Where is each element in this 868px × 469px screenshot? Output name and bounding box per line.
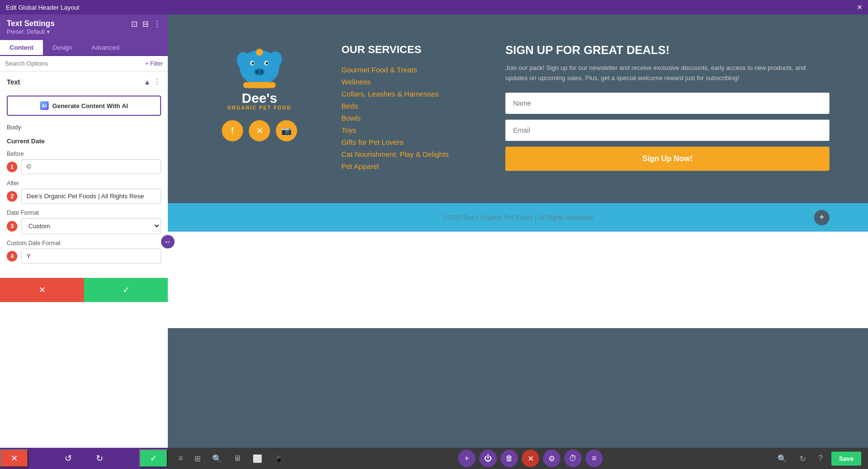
main-content: Dee's ORGANIC PET FOOD f ✕ 📷 OUR SERVICE… — [168, 14, 868, 448]
svg-point-4 — [256, 70, 258, 73]
before-label: Before — [7, 151, 161, 157]
toolbar-sort-button[interactable]: ≡ — [585, 450, 603, 467]
ai-generate-button[interactable]: AI Generate Content With AI — [7, 96, 161, 116]
bottom-redo-icon[interactable]: ↻ — [91, 450, 108, 467]
svg-point-5 — [260, 70, 263, 73]
signup-button[interactable]: Sign Up Now! — [505, 147, 829, 171]
tab-design[interactable]: Design — [43, 40, 81, 55]
toolbar-settings-button[interactable]: ⚙ — [543, 450, 560, 467]
toolbar-power-button[interactable]: ⏻ — [479, 450, 497, 467]
toolbar-help-icon[interactable]: ? — [814, 452, 827, 465]
toolbar-tablet-icon[interactable]: ⬜ — [249, 452, 266, 465]
after-input[interactable] — [21, 189, 161, 204]
svg-point-8 — [252, 62, 254, 64]
search-input[interactable] — [5, 60, 141, 67]
toolbar-timer-button[interactable]: ⏱ — [564, 450, 582, 467]
toolbar-desktop-icon[interactable]: 🖥 — [230, 452, 245, 465]
date-format-select[interactable]: Custom Default Y-m-d m/d/Y — [21, 218, 161, 234]
tab-content[interactable]: Content — [0, 40, 43, 55]
svg-point-9 — [266, 62, 268, 64]
logo-area: Dee's ORGANIC PET FOOD f ✕ 📷 — [206, 43, 312, 141]
logo-svg — [221, 43, 298, 92]
facebook-icon[interactable]: f — [222, 120, 243, 141]
date-format-field-row: 3 Custom Default Y-m-d m/d/Y — [7, 218, 161, 234]
badge-2: 2 — [7, 191, 17, 202]
toolbar-add-button[interactable]: + — [458, 450, 475, 467]
signup-description: Join our pack! Sign up for our newslette… — [505, 63, 829, 83]
before-field-row: 1 — [7, 159, 161, 174]
before-field-wrap — [21, 159, 161, 174]
panel-icon-columns[interactable]: ⊟ — [142, 19, 149, 28]
custom-date-field-row: 4 — [7, 248, 161, 263]
toolbar-right-redo-icon[interactable]: ↻ — [796, 452, 810, 465]
empty-content-area — [168, 232, 868, 328]
after-field-row: 2 — [7, 189, 161, 204]
svg-point-10 — [256, 49, 263, 56]
section-collapse-icon[interactable]: ▲ — [144, 78, 150, 86]
service-item[interactable]: Gourmet Food & Treats — [341, 66, 476, 74]
services-area: OUR SERVICES Gourmet Food & Treats Welln… — [341, 43, 476, 174]
save-button[interactable]: Save — [831, 452, 861, 466]
signup-title: SIGN UP FOR GREAT DEALS! — [505, 43, 829, 57]
section-menu-icon[interactable]: ⋮ — [153, 77, 161, 86]
title-bar-text: Edit Global Header Layout — [6, 4, 79, 11]
service-item[interactable]: Toys — [341, 126, 476, 134]
badge-3: 3 — [7, 221, 17, 232]
tabs-container: Content Design Advanced — [0, 40, 168, 56]
logo-brand: Dee's — [242, 92, 277, 105]
date-format-field-wrap: Custom Default Y-m-d m/d/Y — [21, 218, 161, 234]
service-item[interactable]: Collars, Leashes & Harnesses — [341, 90, 476, 98]
service-item[interactable]: Wellness — [341, 78, 476, 86]
panel-icon-expand[interactable]: ⊡ — [131, 19, 137, 28]
panel-preset[interactable]: Preset: Default ▾ — [7, 28, 161, 35]
toolbar-right-search-icon[interactable]: 🔍 — [773, 452, 791, 465]
bottom-undo-icon[interactable]: ↺ — [60, 450, 77, 467]
logo-image: Dee's ORGANIC PET FOOD — [206, 43, 312, 110]
toolbar-close-button[interactable]: ✕ — [522, 450, 539, 467]
panel-icon-menu[interactable]: ⋮ — [153, 19, 161, 28]
signup-name-input[interactable] — [505, 93, 829, 114]
before-input[interactable] — [21, 159, 161, 174]
toolbar-delete-button[interactable]: 🗑 — [501, 450, 518, 467]
form-fields: Current Date Before 1 After 2 Date Forma… — [0, 134, 168, 273]
bottom-cancel-button[interactable]: ✕ — [0, 449, 28, 468]
toolbar-menu-icon[interactable]: ≡ — [175, 452, 187, 465]
section-header: Text ▲ ⋮ — [0, 71, 168, 91]
service-item[interactable]: Gifts for Pet Lovers — [341, 138, 476, 146]
badge-4: 4 — [7, 251, 17, 262]
toolbar-mobile-icon[interactable]: 📱 — [270, 452, 287, 465]
copyright-text: ©2025 Dee's Organic Pet Foods | All Righ… — [443, 214, 593, 221]
custom-date-input[interactable] — [21, 248, 161, 263]
tab-advanced[interactable]: Advanced — [82, 40, 129, 55]
signup-email-input[interactable] — [505, 120, 829, 141]
service-item[interactable]: Cat Nourishment, Play & Delights — [341, 150, 476, 158]
ai-icon: AI — [40, 101, 49, 110]
custom-date-field-wrap — [21, 248, 161, 263]
services-title: OUR SERVICES — [341, 43, 476, 56]
close-icon[interactable]: × — [857, 2, 862, 13]
toolbar-grid-icon[interactable]: ⊞ — [190, 452, 204, 465]
service-item[interactable]: Beds — [341, 102, 476, 110]
twitter-icon[interactable]: ✕ — [249, 120, 270, 141]
cancel-button[interactable]: ✕ — [0, 278, 84, 302]
toolbar-center: + ⏻ 🗑 ✕ ⚙ ⏱ ≡ — [291, 450, 769, 467]
after-label: After — [7, 180, 161, 187]
badge-1: 1 — [7, 162, 17, 172]
bottom-confirm-button[interactable]: ✓ — [139, 449, 168, 468]
current-date-label: Current Date — [7, 138, 161, 145]
after-field-wrap — [21, 189, 161, 204]
service-item[interactable]: Pet Apparel — [341, 162, 476, 170]
social-icons: f ✕ 📷 — [206, 120, 312, 141]
toolbar-search-icon[interactable]: 🔍 — [208, 452, 226, 465]
panel-toggle[interactable]: ↔ — [161, 235, 175, 248]
filter-button[interactable]: + Filter — [145, 60, 163, 67]
add-section-button[interactable]: + — [814, 210, 829, 225]
confirm-button[interactable]: ✓ — [84, 278, 168, 302]
svg-rect-11 — [246, 82, 273, 88]
instagram-icon[interactable]: 📷 — [276, 120, 297, 141]
svg-point-13 — [270, 82, 276, 88]
service-item[interactable]: Bowls — [341, 114, 476, 122]
signup-area: SIGN UP FOR GREAT DEALS! Join our pack! … — [505, 43, 829, 171]
footer-main: Dee's ORGANIC PET FOOD f ✕ 📷 OUR SERVICE… — [168, 14, 868, 203]
action-buttons: ✕ ✓ — [0, 278, 168, 302]
